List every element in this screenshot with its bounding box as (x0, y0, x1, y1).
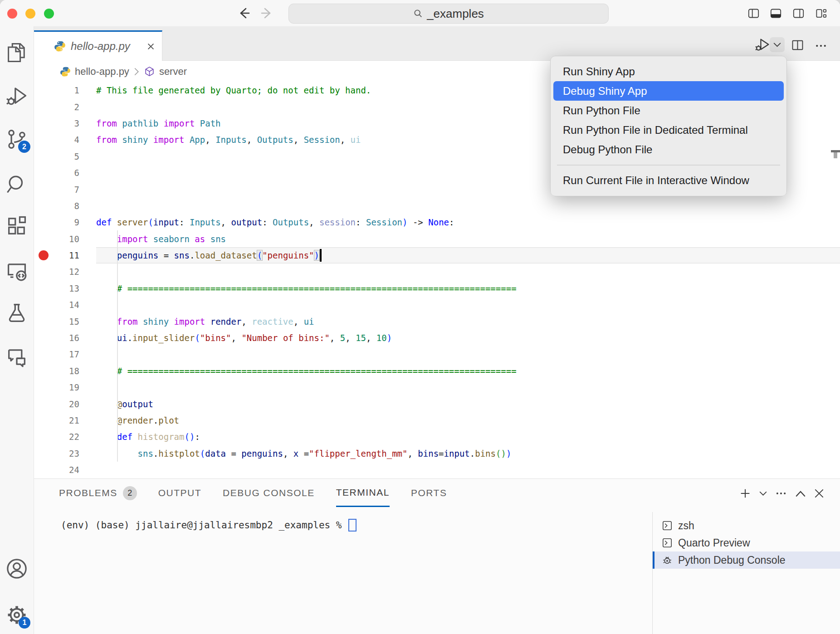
python-icon (60, 66, 71, 77)
minimize-window-button[interactable] (25, 9, 35, 19)
code-line[interactable]: 9def server(input: Inputs, output: Outpu… (34, 214, 840, 230)
panel-tab-ports[interactable]: PORTS (411, 479, 447, 507)
activity-bar: 2 1 (0, 26, 34, 634)
terminal-list-item-quarto-preview[interactable]: Quarto Preview (653, 534, 840, 551)
line-number: 5 (34, 151, 79, 161)
run-options-dropdown-button[interactable] (770, 37, 785, 52)
breadcrumb-symbol[interactable]: server (159, 66, 187, 78)
settings-gear-icon[interactable]: 1 (5, 603, 29, 627)
code-line[interactable]: 20 @output (34, 395, 840, 412)
panel-tab-debug-console[interactable]: DEBUG CONSOLE (223, 479, 315, 507)
panel-more-actions-icon[interactable] (775, 487, 787, 500)
code-line[interactable]: 8 (34, 198, 840, 214)
code-line[interactable]: 24 (34, 462, 840, 478)
search-sidebar-icon[interactable] (5, 173, 29, 196)
terminal-list-item-python-debug-console[interactable]: Python Debug Console (653, 551, 840, 569)
line-number: 10 (34, 234, 79, 244)
testing-icon[interactable] (5, 301, 29, 325)
code-line[interactable]: 19 (34, 379, 840, 395)
tab-hello-app[interactable]: hello-app.py (34, 30, 162, 61)
line-number: 12 (34, 267, 79, 277)
line-content: @render.plot (96, 412, 840, 429)
line-number: 2 (34, 102, 79, 112)
source-control-icon[interactable]: 2 (5, 127, 29, 151)
menu-item[interactable]: Debug Python File (551, 140, 786, 159)
line-content (96, 462, 840, 478)
editor-more-actions-icon[interactable] (814, 39, 828, 53)
code-line[interactable]: 14 (34, 297, 840, 313)
line-number: 18 (34, 366, 79, 376)
panel-tab-terminal[interactable]: TERMINAL (336, 479, 390, 507)
run-options-menu: Run Shiny AppDebug Shiny AppRun Python F… (550, 56, 787, 196)
panel-tabs: PROBLEMS2OUTPUTDEBUG CONSOLETERMINALPORT… (34, 479, 840, 507)
panel-tab-problems[interactable]: PROBLEMS2 (59, 479, 137, 507)
code-line[interactable]: 22 def histogram(): (34, 429, 840, 445)
customize-layout-icon[interactable] (815, 7, 827, 20)
symbol-method-icon (144, 66, 155, 77)
forward-arrow-icon[interactable] (259, 6, 274, 20)
bottom-panel: PROBLEMS2OUTPUTDEBUG CONSOLETERMINALPORT… (34, 478, 840, 634)
source-control-badge: 2 (18, 141, 30, 153)
search-input[interactable]: _examples (288, 4, 609, 24)
menu-item[interactable]: Run Shiny App (551, 62, 786, 81)
zoom-window-button[interactable] (44, 9, 54, 19)
code-line[interactable]: 17 (34, 346, 840, 362)
line-content: from shiny import render, reactive, ui (96, 313, 840, 329)
line-content (96, 263, 840, 280)
overview-ruler-mark (834, 152, 837, 158)
explorer-icon[interactable] (5, 41, 29, 64)
line-content: # ======================================… (96, 363, 840, 379)
line-number: 14 (34, 300, 79, 310)
code-line[interactable]: 16 ui.input_slider("bins", "Number of bi… (34, 330, 840, 346)
vscode-window: _examples 2 (0, 0, 840, 634)
bug-icon (661, 554, 673, 566)
comments-icon[interactable] (5, 346, 29, 369)
menu-item[interactable]: Debug Shiny App (553, 81, 784, 101)
close-tab-icon[interactable] (147, 42, 155, 51)
terminal-profile-chevron-icon[interactable] (759, 491, 767, 496)
toggle-secondary-sidebar-icon[interactable] (792, 7, 805, 20)
account-icon[interactable] (5, 557, 29, 580)
code-line[interactable]: 13 # ===================================… (34, 280, 840, 297)
breakpoint-dot[interactable] (39, 250, 49, 260)
code-line[interactable]: 21 @render.plot (34, 412, 840, 429)
title-bar: _examples (0, 0, 840, 27)
line-content: # ======================================… (96, 280, 840, 297)
toggle-primary-sidebar-icon[interactable] (747, 7, 760, 20)
menu-item[interactable]: Run Python File (551, 101, 786, 120)
code-line[interactable]: 18 # ===================================… (34, 363, 840, 379)
terminal-cursor (348, 519, 357, 532)
terminal-prompt-line[interactable]: (env) (base) jjallaire@jjallairesmbp2 _e… (61, 519, 357, 532)
close-panel-icon[interactable] (814, 488, 825, 499)
line-number: 22 (34, 432, 79, 442)
back-arrow-icon[interactable] (237, 6, 251, 20)
line-content: ui.input_slider("bins", "Number of bins:… (96, 330, 840, 346)
new-terminal-icon[interactable] (739, 487, 752, 500)
code-line[interactable]: 23 sns.histplot(data = penguins, x ="fli… (34, 445, 840, 462)
line-number: 19 (34, 382, 79, 392)
maximize-panel-icon[interactable] (795, 490, 806, 497)
line-content: import seaborn as sns (96, 231, 840, 247)
menu-item[interactable]: Run Current File in Interactive Window (551, 171, 786, 190)
code-line[interactable]: 11 penguins = sns.load_dataset("penguins… (34, 247, 840, 263)
panel-tab-output[interactable]: OUTPUT (158, 479, 201, 507)
line-number: 4 (34, 135, 79, 145)
remote-explorer-icon[interactable] (5, 259, 29, 283)
code-line[interactable]: 12 (34, 263, 840, 280)
code-line[interactable]: 15 from shiny import render, reactive, u… (34, 313, 840, 329)
line-number: 7 (34, 185, 79, 195)
line-number: 21 (34, 415, 79, 425)
breadcrumb-file[interactable]: hello-app.py (75, 66, 129, 78)
terminal-list-item-zsh[interactable]: zsh (653, 517, 840, 534)
close-window-button[interactable] (7, 9, 17, 19)
line-number: 9 (34, 217, 79, 227)
debug-run-button[interactable] (754, 36, 771, 53)
code-line[interactable]: 10 import seaborn as sns (34, 231, 840, 247)
split-editor-icon[interactable] (791, 38, 805, 52)
toggle-panel-icon[interactable] (770, 7, 782, 20)
search-text: _examples (427, 7, 484, 21)
extensions-icon[interactable] (5, 214, 29, 238)
text-cursor (320, 249, 322, 262)
run-and-debug-icon[interactable] (5, 84, 29, 107)
menu-item[interactable]: Run Python File in Dedicated Terminal (551, 120, 786, 140)
